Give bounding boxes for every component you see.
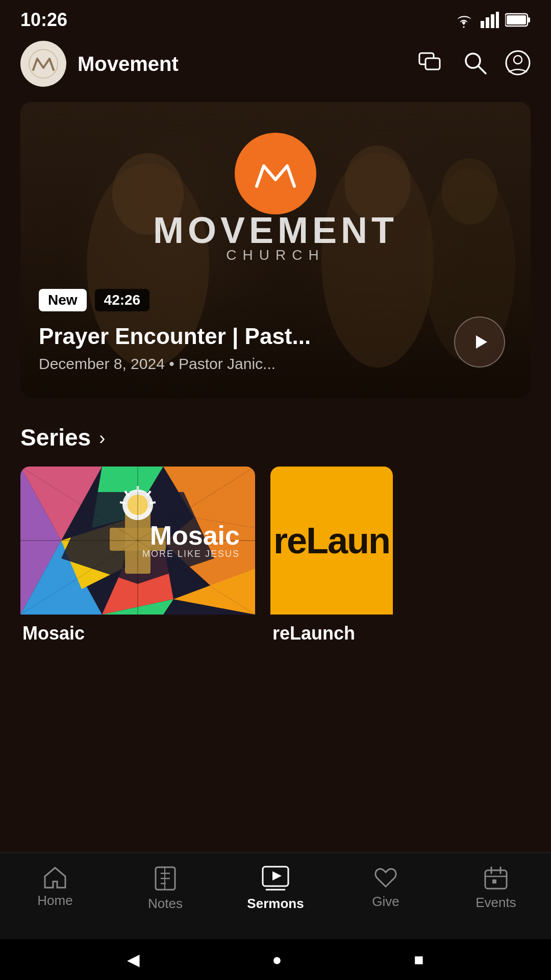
svg-line-11 [478, 66, 486, 74]
series-section: Series › [0, 408, 551, 658]
nav-item-sermons[interactable]: Sermons [220, 861, 331, 912]
relaunch-card-image: reLaun [270, 467, 393, 615]
nav-label-give: Give [372, 894, 399, 910]
android-home-button[interactable]: ● [272, 950, 282, 969]
give-icon [372, 865, 399, 890]
hero-info: Prayer Encounter | Past... December 8, 2… [39, 323, 311, 373]
nav-label-home: Home [37, 893, 72, 909]
svg-rect-1 [486, 17, 489, 28]
nav-item-home[interactable]: Home [0, 861, 110, 909]
status-time: 10:26 [20, 9, 67, 31]
relaunch-text-preview: reLaun [273, 520, 390, 561]
android-recents-button[interactable]: ■ [414, 950, 423, 969]
nav-item-notes[interactable]: Notes [110, 861, 220, 912]
relaunch-background: reLaun [270, 467, 393, 615]
chat-icon[interactable] [418, 52, 445, 76]
home-icon [42, 865, 68, 889]
series-grid: Mosaic MORE LIKE JESUS Mosaic reLaun reL… [20, 467, 531, 648]
mosaic-card-image: Mosaic MORE LIKE JESUS [20, 467, 255, 615]
svg-rect-2 [491, 14, 494, 28]
series-title: Series [20, 424, 91, 451]
svg-marker-20 [476, 335, 487, 349]
nav-label-sermons: Sermons [247, 896, 304, 912]
svg-marker-51 [272, 871, 282, 880]
svg-point-13 [514, 56, 522, 64]
hero-badges: New 42:26 [39, 289, 149, 311]
logo-container[interactable]: Movement [20, 41, 179, 87]
movement-logo-icon [28, 48, 59, 79]
hero-movement-label: MOVEMENT [153, 209, 398, 251]
status-bar: 10:26 [0, 0, 551, 36]
series-chevron-icon[interactable]: › [99, 428, 105, 449]
svg-rect-57 [492, 879, 496, 884]
hero-title: Prayer Encounter | Past... [39, 323, 311, 350]
events-icon [483, 865, 509, 891]
badge-duration: 42:26 [95, 289, 150, 311]
hero-logo-overlay: MOVEMENT CHURCH [153, 133, 398, 263]
nav-item-give[interactable]: Give [331, 861, 441, 910]
app-title: Movement [78, 53, 179, 76]
svg-rect-5 [528, 17, 530, 22]
series-card-mosaic[interactable]: Mosaic MORE LIKE JESUS Mosaic [20, 467, 255, 648]
svg-point-19 [441, 158, 497, 225]
status-icons [453, 12, 531, 28]
hero-orange-logo [235, 133, 316, 214]
app-logo[interactable] [20, 41, 66, 87]
profile-icon[interactable] [505, 50, 531, 78]
notes-icon [154, 865, 177, 892]
play-button[interactable] [454, 316, 505, 368]
svg-line-38 [150, 502, 156, 503]
signal-icon [481, 12, 499, 28]
hero-meta: December 8, 2024 • Pastor Janic... [39, 355, 311, 373]
search-icon[interactable] [463, 51, 487, 77]
hero-card[interactable]: MOVEMENT CHURCH New 42:26 Prayer Encount… [20, 102, 531, 398]
header-actions [418, 50, 531, 78]
svg-point-7 [29, 50, 58, 78]
series-card-relaunch[interactable]: reLaun reLaunch [270, 467, 393, 648]
svg-rect-6 [507, 15, 526, 24]
svg-rect-0 [481, 21, 484, 28]
mosaic-title-text: Mosaic [142, 522, 240, 549]
svg-rect-9 [425, 58, 440, 69]
wifi-icon [453, 12, 474, 28]
app-header: Movement [0, 36, 551, 92]
badge-new: New [39, 289, 87, 311]
series-header[interactable]: Series › [20, 424, 531, 451]
nav-label-notes: Notes [148, 896, 183, 912]
sermons-icon [261, 865, 290, 892]
mosaic-background: Mosaic MORE LIKE JESUS [20, 467, 255, 615]
bottom-nav: Home Notes Sermons [0, 852, 551, 939]
mosaic-title: Mosaic MORE LIKE JESUS [142, 522, 240, 559]
nav-item-events[interactable]: Events [441, 861, 551, 911]
mosaic-card-name: Mosaic [20, 615, 255, 648]
svg-rect-3 [496, 12, 499, 28]
hero-church-name: MOVEMENT CHURCH [153, 209, 398, 263]
svg-line-40 [120, 502, 126, 503]
nav-label-events: Events [475, 895, 516, 911]
android-nav-bar: ◀ ● ■ [0, 939, 551, 980]
battery-icon [505, 13, 531, 27]
mosaic-sub-text: MORE LIKE JESUS [142, 549, 240, 559]
relaunch-card-name: reLaunch [270, 615, 393, 648]
android-back-button[interactable]: ◀ [127, 950, 140, 969]
